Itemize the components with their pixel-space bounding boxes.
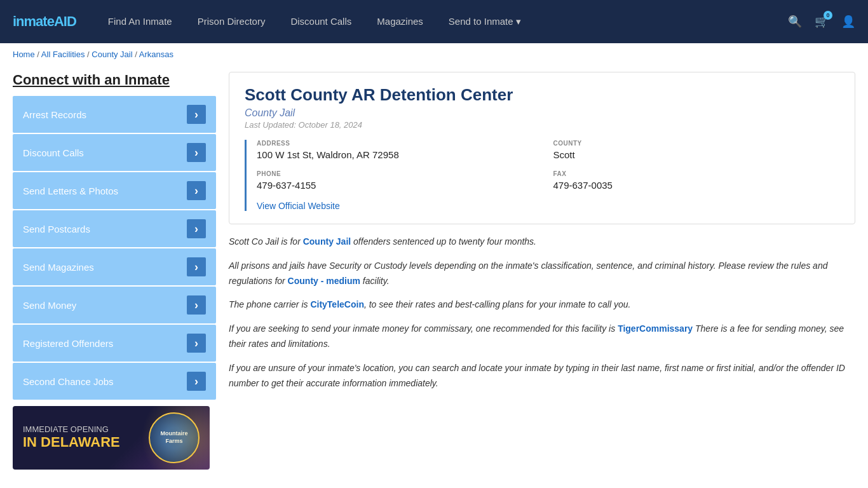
address-block: ADDRESS 100 W 1st St, Waldron, AR 72958 bbox=[257, 140, 543, 160]
citytelecoin-link[interactable]: CityTeleCoin bbox=[310, 299, 364, 309]
logo-inmate: inmate bbox=[13, 13, 54, 29]
sidebar-item-second-chance-jobs[interactable]: Second Chance Jobs › bbox=[13, 363, 216, 400]
arrow-icon: › bbox=[187, 295, 206, 315]
para3-after: , to see their rates and best-calling pl… bbox=[364, 299, 630, 309]
sidebar-item-label: Arrest Records bbox=[23, 109, 86, 120]
arrow-icon: › bbox=[187, 143, 206, 162]
facility-card: Scott County AR Detention Center County … bbox=[229, 72, 855, 224]
facility-updated: Last Updated: October 18, 2024 bbox=[245, 120, 839, 130]
para1-after: offenders sentenced up to twenty four mo… bbox=[351, 236, 536, 247]
county-block: COUNTY Scott bbox=[553, 140, 840, 160]
description-para5: If you are unsure of your inmate's locat… bbox=[229, 361, 855, 391]
county-medium-link[interactable]: County - medium bbox=[288, 276, 360, 286]
breadcrumb-all-facilities[interactable]: All Facilities bbox=[41, 50, 85, 59]
sidebar-item-label: Registered Offenders bbox=[23, 338, 113, 349]
facility-name: Scott County AR Detention Center bbox=[245, 85, 839, 105]
nav-discount-calls[interactable]: Discount Calls bbox=[290, 16, 351, 27]
sidebar-item-label: Send Letters & Photos bbox=[23, 186, 118, 196]
address-value: 100 W 1st St, Waldron, AR 72958 bbox=[257, 149, 543, 160]
ad-opening-text: IMMEDIATE OPENING bbox=[23, 424, 120, 434]
sidebar-item-label: Send Money bbox=[23, 300, 76, 311]
sidebar-item-registered-offenders[interactable]: Registered Offenders › bbox=[13, 325, 216, 362]
para1-before: Scott Co Jail is for bbox=[229, 236, 303, 247]
breadcrumb-state[interactable]: Arkansas bbox=[139, 50, 173, 59]
phone-value: 479-637-4155 bbox=[257, 180, 543, 191]
arrow-icon: › bbox=[187, 181, 206, 200]
para5-text: If you are unsure of your inmate's locat… bbox=[229, 363, 845, 388]
description-para3: The phone carrier is CityTeleCoin, to se… bbox=[229, 297, 855, 313]
sidebar-item-label: Discount Calls bbox=[23, 147, 84, 158]
sidebar-item-label: Second Chance Jobs bbox=[23, 376, 114, 387]
para4-before: If you are seeking to send your inmate m… bbox=[229, 323, 618, 334]
nav-find-inmate[interactable]: Find An Inmate bbox=[108, 16, 172, 27]
fax-block: FAX 479-637-0035 bbox=[553, 170, 840, 191]
breadcrumb-county-jail[interactable]: County Jail bbox=[92, 50, 132, 59]
county-jail-link[interactable]: County Jail bbox=[303, 236, 351, 247]
sidebar-item-label: Send Magazines bbox=[23, 262, 94, 273]
ad-banner[interactable]: IMMEDIATE OPENING IN DELAWARE MountaireF… bbox=[13, 406, 210, 470]
nav-magazines[interactable]: Magazines bbox=[377, 16, 423, 27]
arrow-icon: › bbox=[187, 372, 206, 391]
sidebar-title: Connect with an Inmate bbox=[13, 72, 216, 88]
ad-location-text: IN DELAWARE bbox=[23, 434, 120, 451]
user-icon[interactable]: 👤 bbox=[841, 15, 855, 29]
fax-value: 479-637-0035 bbox=[553, 180, 840, 191]
sidebar-item-label: Send Postcards bbox=[23, 224, 90, 234]
cart-badge: 0 bbox=[824, 11, 832, 20]
tiger-commissary-link[interactable]: TigerCommissary bbox=[618, 323, 693, 334]
main-layout: Connect with an Inmate Arrest Records › … bbox=[0, 65, 868, 482]
facility-type: County Jail bbox=[245, 107, 839, 119]
logo-text: inmateAID bbox=[13, 13, 76, 30]
para3-before: The phone carrier is bbox=[229, 299, 310, 309]
breadcrumb-home[interactable]: Home bbox=[13, 50, 35, 59]
arrow-icon: › bbox=[187, 105, 206, 124]
breadcrumb: Home / All Facilities / County Jail / Ar… bbox=[0, 43, 868, 65]
phone-block: PHONE 479-637-4155 bbox=[257, 170, 543, 191]
description: Scott Co Jail is for County Jail offende… bbox=[229, 234, 855, 391]
sidebar-item-send-money[interactable]: Send Money › bbox=[13, 287, 216, 323]
logo[interactable]: inmateAID bbox=[13, 13, 76, 30]
sidebar-item-arrest-records[interactable]: Arrest Records › bbox=[13, 96, 216, 133]
info-grid: ADDRESS 100 W 1st St, Waldron, AR 72958 … bbox=[245, 140, 839, 211]
sidebar: Connect with an Inmate Arrest Records › … bbox=[13, 72, 216, 470]
phone-label: PHONE bbox=[257, 170, 543, 177]
county-value: Scott bbox=[553, 149, 840, 160]
header-icons: 🔍 🛒 0 👤 bbox=[788, 15, 855, 29]
ad-text: IMMEDIATE OPENING IN DELAWARE bbox=[23, 424, 120, 451]
arrow-icon: › bbox=[187, 219, 206, 238]
header: inmateAID Find An Inmate Prison Director… bbox=[0, 0, 868, 43]
sidebar-menu: Arrest Records › Discount Calls › Send L… bbox=[13, 96, 216, 400]
content: Scott County AR Detention Center County … bbox=[229, 72, 855, 470]
description-para2: All prisons and jails have Security or C… bbox=[229, 259, 855, 289]
search-icon[interactable]: 🔍 bbox=[788, 15, 802, 29]
sidebar-item-send-letters[interactable]: Send Letters & Photos › bbox=[13, 172, 216, 209]
address-label: ADDRESS bbox=[257, 140, 543, 147]
fax-label: FAX bbox=[553, 170, 840, 177]
county-label: COUNTY bbox=[553, 140, 840, 147]
sidebar-item-send-magazines[interactable]: Send Magazines › bbox=[13, 248, 216, 285]
nav-send-to-inmate[interactable]: Send to Inmate ▾ bbox=[449, 16, 521, 27]
arrow-icon: › bbox=[187, 257, 206, 276]
ad-arc-decoration bbox=[121, 406, 210, 470]
sidebar-item-send-postcards[interactable]: Send Postcards › bbox=[13, 210, 216, 247]
sidebar-item-discount-calls[interactable]: Discount Calls › bbox=[13, 134, 216, 171]
description-para4: If you are seeking to send your inmate m… bbox=[229, 322, 855, 352]
logo-aid: AID bbox=[54, 13, 76, 29]
cart-icon[interactable]: 🛒 0 bbox=[815, 15, 829, 29]
description-para1: Scott Co Jail is for County Jail offende… bbox=[229, 234, 855, 250]
arrow-icon: › bbox=[187, 334, 206, 353]
para2-after: facility. bbox=[360, 276, 390, 286]
nav-prison-directory[interactable]: Prison Directory bbox=[198, 16, 266, 27]
nav: Find An Inmate Prison Directory Discount… bbox=[108, 16, 769, 27]
official-website-link[interactable]: View Official Website bbox=[257, 201, 839, 211]
